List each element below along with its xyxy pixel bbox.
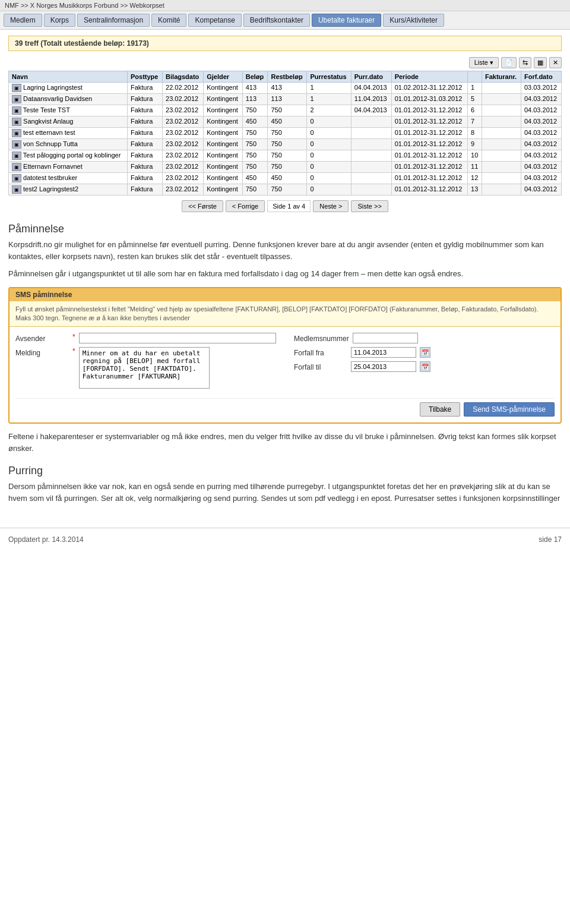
cell-purrdat [351,150,391,162]
table-row[interactable]: ▣ datotest testbruker Faktura 23.02.2012… [9,173,562,184]
cell-purrestatus: 2 [307,105,351,116]
cell-restbelop: 450 [268,173,307,184]
row-icon: ▣ [12,140,21,149]
sms-left-col: Avsender * Melding * [15,333,276,392]
cell-periode: 01.01.2012-31.12.2012 [391,150,467,162]
sms-heading-text: SMS påminnelse [15,291,72,299]
cell-posttype: Faktura [127,184,162,195]
nav-item-kompetanse[interactable]: Kompetanse [188,14,241,27]
col-posttype: Posttype [127,71,162,83]
forfall-fra-row: Forfall fra 📅 [294,347,555,358]
cell-purrestatus: 0 [307,139,351,150]
nav-item-kurs[interactable]: Kurs/Aktiviteter [383,14,444,27]
prev-page-button[interactable]: < Forrige [226,200,265,212]
pdf-icon[interactable]: 📄 [501,57,517,68]
cell-faktnr [482,94,521,105]
page-info: Side 1 av 4 [267,200,311,212]
cell-restbelop: 750 [268,128,307,139]
nav-item-bedrift[interactable]: Bedriftskontakter [243,14,310,27]
cell-restbelop: 750 [268,150,307,162]
nav-item-medlem[interactable]: Medlem [4,14,42,27]
table-row[interactable]: ▣ Lagring Lagringstest Faktura 22.02.201… [9,83,562,94]
cell-belop: 750 [242,184,268,195]
forfall-fra-calendar-icon[interactable]: 📅 [420,347,430,358]
cell-posttype: Faktura [127,128,162,139]
avsender-required: * [72,333,75,341]
cell-belop: 450 [242,116,268,128]
cell-periode: 01.01.2012-31.12.2012 [391,105,467,116]
nav-item-komite[interactable]: Komité [151,14,186,27]
cell-faktnr [482,184,521,195]
print-icon[interactable]: ▦ [534,57,547,68]
summary-text: 39 treff (Totalt utestående beløp: 19173… [15,39,149,48]
cell-bilagsdato: 23.02.2012 [163,139,204,150]
sms-desc-text: Fyll ut ønsket påminnelsestekst i feltet… [15,305,539,321]
cell-restbelop: 450 [268,116,307,128]
export-icon[interactable]: ⇆ [519,57,531,68]
col-belop: Beløp [242,71,268,83]
nav-menu: Medlem Korps Sentralinformasjon Komité K… [0,11,570,30]
cell-posttype: Faktura [127,94,162,105]
sms-box: SMS påminnelse Fyll ut ønsket påminnelse… [8,287,562,424]
row-icon: ▣ [12,95,21,103]
cell-periode: 01.01.2012-31.12.2012 [391,162,467,173]
sms-box-desc: Fyll ut ønsket påminnelsestekst i feltet… [10,301,560,327]
medlemsnummer-input[interactable] [353,333,418,343]
cell-restbelop: 750 [268,162,307,173]
cell-bilagsdato: 22.02.2012 [163,83,204,94]
invoices-table: Navn Posttype Bilagsdato Gjelder Beløp R… [8,71,562,195]
cell-gjelder: Kontingent [204,128,242,139]
table-row[interactable]: ▣ Dataansvarlig Davidsen Faktura 23.02.2… [9,94,562,105]
cell-navn: ▣ von Schnupp Tutta [9,139,128,150]
nav-item-ubetalte[interactable]: Ubetalte fakturaer [312,14,381,27]
cell-forfdat: 04.03.2012 [521,94,561,105]
table-row[interactable]: ▣ test2 Lagringstest2 Faktura 23.02.2012… [9,184,562,195]
table-row[interactable]: ▣ Sangkvist Anlaug Faktura 23.02.2012 Ko… [9,116,562,128]
avsender-input[interactable] [79,333,276,343]
cell-belop: 750 [242,162,268,173]
table-row[interactable]: ▣ Test pålogging portal og koblinger Fak… [9,150,562,162]
last-page-button[interactable]: Siste >> [351,200,388,212]
cell-periode: 01.01.2012-31.12.2012 [391,184,467,195]
cell-gjelder: Kontingent [204,150,242,162]
table-row[interactable]: ▣ test etternavn test Faktura 23.02.2012… [9,128,562,139]
nav-item-korps[interactable]: Korps [44,14,75,27]
col-faktnr: Fakturanr. [482,71,521,83]
cell-navn: ▣ Dataansvarlig Davidsen [9,94,128,105]
melding-row: Melding * [15,347,276,389]
cell-restbelop: 750 [268,139,307,150]
toolbar: Liste ▾ 📄 ⇆ ▦ ✕ [8,57,562,68]
col-navn: Navn [9,71,128,83]
forfall-fra-input[interactable] [351,347,416,358]
table-row[interactable]: ▣ Etternavn Fornavnet Faktura 23.02.2012… [9,162,562,173]
forfall-til-input[interactable] [351,361,416,372]
forfall-til-calendar-icon[interactable]: 📅 [420,361,430,372]
pagination: << Første < Forrige Side 1 av 4 Neste > … [8,200,562,212]
cell-periode: 01.01.2012-31.12.2012 [391,139,467,150]
cell-gjelder: Kontingent [204,173,242,184]
cell-posttype: Faktura [127,105,162,116]
cell-navn: ▣ Etternavn Fornavnet [9,162,128,173]
cell-periode: 01.02.2012-31.12.2012 [391,83,467,94]
cell-nr: 6 [468,105,482,116]
cell-navn: ▣ test etternavn test [9,128,128,139]
list-dropdown-button[interactable]: Liste ▾ [469,57,499,68]
cell-restbelop: 750 [268,184,307,195]
next-page-button[interactable]: Neste > [313,200,349,212]
melding-textarea[interactable] [79,347,210,389]
first-page-button[interactable]: << Første [182,200,223,212]
cell-forfdat: 04.03.2012 [521,116,561,128]
col-purrdat: Purr.dato [351,71,391,83]
table-row[interactable]: ▣ Teste Teste TST Faktura 23.02.2012 Kon… [9,105,562,116]
send-sms-button[interactable]: Send SMS-påminnelse [464,402,555,417]
close-icon[interactable]: ✕ [549,57,562,68]
cell-belop: 750 [242,139,268,150]
table-row[interactable]: ▣ von Schnupp Tutta Faktura 23.02.2012 K… [9,139,562,150]
cell-navn: ▣ Teste Teste TST [9,105,128,116]
cell-gjelder: Kontingent [204,139,242,150]
nav-item-sentralinfo[interactable]: Sentralinformasjon [77,14,150,27]
cell-navn: ▣ test2 Lagringstest2 [9,184,128,195]
tilbake-button[interactable]: Tilbake [420,402,460,417]
cell-posttype: Faktura [127,139,162,150]
cell-belop: 113 [242,94,268,105]
